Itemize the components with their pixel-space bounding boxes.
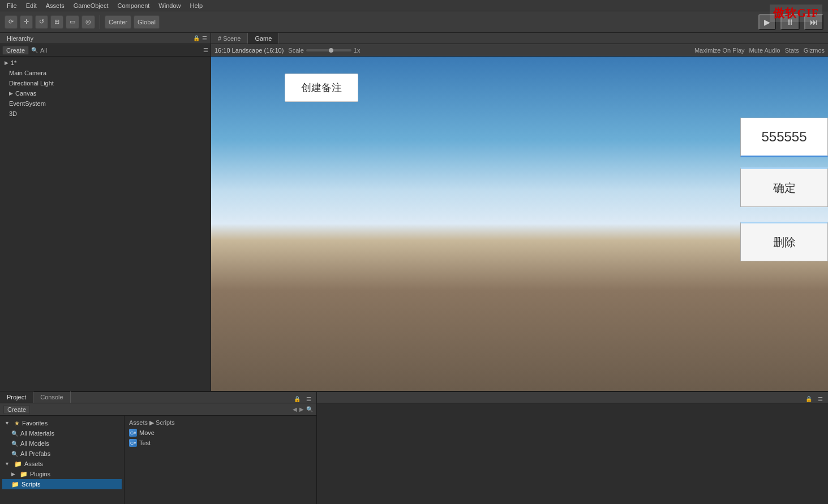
global-button[interactable]: Global [134, 15, 160, 29]
scale-slider[interactable] [306, 49, 351, 51]
scene-tabs: # Scene Game [211, 33, 828, 44]
3d-label: 3D [9, 110, 17, 117]
menu-assets[interactable]: Assets [41, 1, 69, 10]
project-panel: Project Console 🔒 ☰ Create ◀ ▶ 🔍 ▼ ★ [0, 392, 317, 504]
console-menu-icon[interactable]: ☰ [816, 395, 825, 403]
scripts-folder-icon: 📁 [11, 481, 19, 488]
hierarchy-header: Hierarchy 🔒 ☰ [0, 33, 211, 44]
hierarchy-root-label: 1* [11, 59, 16, 66]
project-tree: ▼ ★ Favorites 🔍 All Materials 🔍 All Mode… [0, 416, 125, 504]
directional-light-label: Directional Light [9, 80, 54, 87]
toolbar-undo-btn[interactable]: ⟳ [5, 15, 18, 29]
script-test-label: Test [139, 440, 151, 446]
center-label: Center [109, 19, 127, 25]
delete-button[interactable]: 删除 [740, 222, 828, 261]
search-prefabs-icon: 🔍 [11, 451, 18, 457]
toolbar-move-btn[interactable]: ✛ [20, 15, 33, 29]
toolbar-scale-btn[interactable]: ⊞ [50, 15, 63, 29]
assets-expand-icon: ▼ [5, 461, 10, 467]
search-materials-icon: 🔍 [11, 430, 18, 437]
favorites-label: Favorites [22, 420, 48, 427]
console-panel: 🔒 ☰ [317, 392, 828, 504]
project-search-icon[interactable]: 🔍 [306, 406, 313, 412]
plugins-label: Plugins [30, 471, 50, 477]
assets-scripts[interactable]: 📁 Scripts [2, 479, 122, 489]
menu-window[interactable]: Window [154, 1, 185, 10]
console-lock-icon[interactable]: 🔒 [804, 395, 814, 403]
menu-edit[interactable]: Edit [22, 1, 41, 10]
menu-component[interactable]: Component [113, 1, 154, 10]
console-content [317, 403, 828, 504]
hierarchy-item-directional-light[interactable]: Directional Light [0, 78, 211, 88]
favorites-expand-icon: ▼ [5, 420, 10, 426]
maximize-on-play-btn[interactable]: Maximize On Play [694, 47, 745, 54]
project-breadcrumb: Assets ▶ Scripts [127, 418, 314, 428]
hierarchy-toolbar: Create 🔍 All ☰ [0, 44, 211, 57]
favorites-all-models[interactable]: 🔍 All Models [2, 438, 122, 449]
main-area: Hierarchy 🔒 ☰ Create 🔍 All ☰ ▶ 1* Main C… [0, 33, 828, 391]
assets-folder-icon: 📁 [14, 460, 22, 468]
console-tabs-bar: 🔒 ☰ [317, 392, 828, 403]
center-button[interactable]: Center [105, 15, 131, 29]
aspect-selector[interactable]: 16:10 Landscape (16:10) [214, 47, 284, 54]
game-tab[interactable]: Game [248, 33, 279, 44]
hierarchy-tab[interactable]: Hierarchy [3, 34, 37, 43]
scripts-label: Scripts [22, 481, 41, 488]
assets-label: Assets [24, 460, 43, 467]
script-move[interactable]: C# Move [127, 428, 314, 438]
sky-background [211, 57, 828, 391]
eventsystem-label: EventSystem [9, 100, 46, 107]
hierarchy-panel: Hierarchy 🔒 ☰ Create 🔍 All ☰ ▶ 1* Main C… [0, 33, 211, 391]
project-tab[interactable]: Project [0, 391, 33, 403]
hierarchy-item-eventsystem[interactable]: EventSystem [0, 98, 211, 109]
project-back-icon[interactable]: ◀ [293, 406, 297, 412]
script-move-icon: C# [129, 429, 137, 437]
hierarchy-lock-icon[interactable]: 🔒 [193, 35, 200, 41]
stats-btn[interactable]: Stats [785, 47, 799, 54]
project-forward-icon[interactable]: ▶ [299, 406, 304, 412]
bottom-panel-menu-icon[interactable]: ☰ [304, 395, 313, 403]
scene-tab[interactable]: # Scene [211, 33, 248, 44]
all-prefabs-label: All Prefabs [20, 450, 50, 457]
project-create-btn[interactable]: Create [3, 405, 30, 414]
menu-help[interactable]: Help [185, 1, 207, 10]
favorites-all-materials[interactable]: 🔍 All Materials [2, 428, 122, 438]
menu-gameobject[interactable]: GameObject [69, 1, 113, 10]
menu-file[interactable]: File [2, 1, 22, 10]
plugins-expand-icon: ▶ [11, 471, 15, 477]
create-note-button[interactable]: 创建备注 [285, 74, 358, 102]
toolbar-rect-btn[interactable]: ▭ [66, 15, 79, 29]
expand-arrow-canvas: ▶ [9, 91, 13, 96]
bottom-area: Project Console 🔒 ☰ Create ◀ ▶ 🔍 ▼ ★ [0, 391, 828, 504]
project-toolbar: Create ◀ ▶ 🔍 [0, 403, 316, 416]
gizmos-btn[interactable]: Gizmos [804, 47, 825, 54]
hierarchy-scene-root[interactable]: ▶ 1* [0, 58, 211, 68]
script-test[interactable]: C# Test [127, 438, 314, 448]
bottom-tabs: Project Console 🔒 ☰ [0, 392, 316, 403]
number-display: 555555 [740, 118, 828, 157]
main-camera-label: Main Camera [9, 70, 46, 76]
toolbar-transform-btn[interactable]: ◎ [81, 15, 95, 29]
toolbar-rotate-btn[interactable]: ↺ [35, 15, 48, 29]
hierarchy-all-label: All [40, 47, 47, 54]
separator-1 [100, 15, 100, 29]
favorites-all-prefabs[interactable]: 🔍 All Prefabs [2, 449, 122, 459]
confirm-button[interactable]: 确定 [740, 167, 828, 207]
mute-audio-btn[interactable]: Mute Audio [749, 47, 780, 54]
favorites-group[interactable]: ▼ ★ Favorites [2, 418, 122, 428]
project-scripts-view: Assets ▶ Scripts C# Move C# Test [125, 416, 316, 504]
scale-area: Scale 1x [288, 47, 360, 54]
hierarchy-menu-icon[interactable]: ☰ [202, 35, 207, 41]
assets-group[interactable]: ▼ 📁 Assets [2, 459, 122, 469]
console-tab[interactable]: Console [33, 391, 70, 403]
hierarchy-item-main-camera[interactable]: Main Camera [0, 68, 211, 78]
hierarchy-list-icon[interactable]: ☰ [203, 47, 208, 53]
watermark-label: 傲软GIF [770, 5, 822, 22]
toolbar-right: Maximize On Play Mute Audio Stats Gizmos [694, 47, 825, 54]
hierarchy-item-3d[interactable]: 3D [0, 109, 211, 119]
hierarchy-create-btn[interactable]: Create [2, 46, 29, 55]
bottom-panel-lock-icon[interactable]: 🔒 [292, 395, 302, 403]
hierarchy-item-canvas[interactable]: ▶ Canvas [0, 88, 211, 98]
assets-plugins[interactable]: ▶ 📁 Plugins [2, 469, 122, 479]
project-content: ▼ ★ Favorites 🔍 All Materials 🔍 All Mode… [0, 416, 316, 504]
